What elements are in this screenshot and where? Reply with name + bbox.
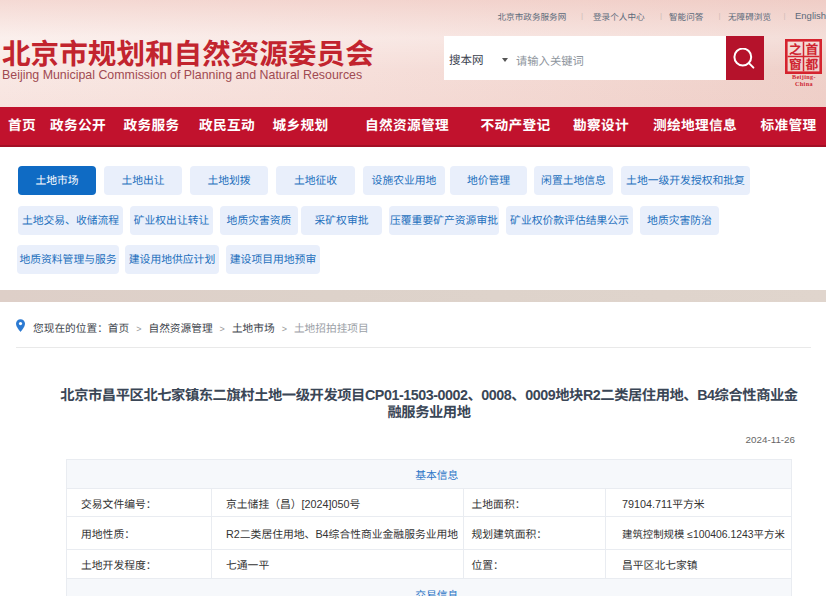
svg-text:都: 都 [805,54,818,73]
svg-text:窗: 窗 [789,54,802,73]
